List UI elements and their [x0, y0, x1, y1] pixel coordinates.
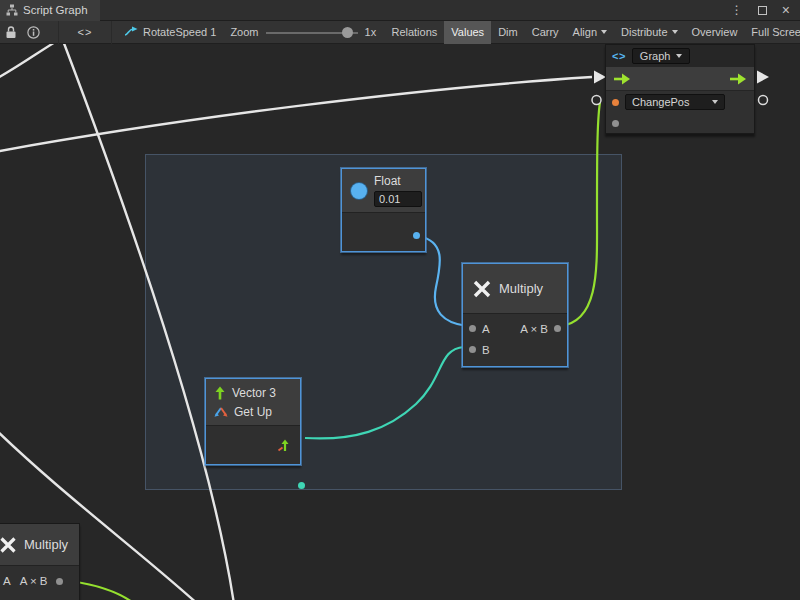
- float-node-header[interactable]: Float: [342, 169, 425, 213]
- multiply-node-title: Multiply: [499, 281, 543, 296]
- value-port-right-circle[interactable]: [759, 96, 768, 105]
- carry-button[interactable]: Carry: [525, 21, 566, 44]
- close-icon[interactable]: ×: [782, 3, 790, 17]
- partial-multiply-header[interactable]: Multiply: [0, 524, 79, 566]
- multiply-input-a-label: A: [482, 323, 490, 335]
- vector-node-body: [206, 426, 300, 464]
- control-flow-row: [606, 67, 754, 91]
- multiply-row-a: A A × B: [463, 318, 567, 339]
- float-node-body: [342, 213, 425, 251]
- chevron-down-icon: [712, 100, 718, 104]
- node-vector3-get-up[interactable]: Vector 3 Get Up: [205, 378, 301, 465]
- float-node-title: Float: [374, 174, 401, 188]
- edge-partial-multiply-output[interactable]: [71, 581, 132, 600]
- vector-node-header[interactable]: Vector 3 Get Up: [206, 379, 300, 426]
- multiply-input-b-label: B: [482, 344, 490, 356]
- fullscreen-button[interactable]: Full Screen: [744, 21, 800, 44]
- node-set-variable[interactable]: <> Graph ChangePos: [605, 44, 755, 134]
- control-out-arrow-icon[interactable]: [729, 73, 747, 85]
- float-value-input[interactable]: [374, 191, 422, 207]
- variable-kind-row: <> Graph: [606, 45, 754, 67]
- maximize-icon[interactable]: [758, 6, 767, 15]
- transform-icon: [214, 406, 228, 418]
- partial-multiply-output-label: A × B: [20, 575, 48, 587]
- variable-value-row: [606, 113, 754, 133]
- variable-name-value: ChangePos: [632, 96, 690, 108]
- node-multiply-partial[interactable]: Multiply A A × B: [0, 523, 80, 600]
- graph-asset-icon: [124, 26, 138, 38]
- multiply-output-port[interactable]: [554, 325, 561, 332]
- code-view-button[interactable]: <>: [58, 21, 112, 44]
- chevron-down-icon: [601, 30, 607, 34]
- dim-button[interactable]: Dim: [491, 21, 525, 44]
- variable-name-port[interactable]: [612, 99, 619, 106]
- float-type-icon: [351, 183, 367, 199]
- vector-output-port[interactable]: [298, 482, 305, 489]
- zoom-control: Zoom 1x: [224, 21, 382, 44]
- distribute-button[interactable]: Distribute: [614, 21, 684, 44]
- code-icon: <>: [612, 50, 626, 62]
- zoom-value-label: 1x: [365, 26, 377, 38]
- lock-icon: [5, 25, 17, 39]
- window-controls: ⋮ ×: [731, 3, 800, 17]
- control-in-arrow-icon[interactable]: [613, 73, 631, 85]
- toolbar: <> RotateSpeed 1 Zoom 1x Relations Value…: [0, 21, 800, 44]
- inspect-button[interactable]: [22, 21, 44, 44]
- node-float[interactable]: Float: [341, 168, 426, 252]
- multiply-row-b: B: [463, 339, 567, 360]
- lock-button[interactable]: [0, 21, 22, 44]
- zoom-slider-handle[interactable]: [342, 27, 353, 38]
- variable-kind-label: Graph: [640, 50, 671, 62]
- variable-value-port[interactable]: [612, 120, 619, 127]
- partial-multiply-output-port[interactable]: [56, 578, 63, 585]
- variable-name-dropdown[interactable]: ChangePos: [625, 94, 725, 110]
- chevron-down-icon: [672, 30, 678, 34]
- overview-button[interactable]: Overview: [685, 21, 745, 44]
- value-port-left-circle[interactable]: [592, 96, 601, 105]
- chevron-down-icon: [676, 54, 682, 58]
- variable-name-row: ChangePos: [606, 91, 754, 113]
- info-icon: [27, 26, 40, 39]
- script-graph-icon: [6, 4, 18, 16]
- window-title: Script Graph: [23, 4, 88, 16]
- multiply-output-label: A × B: [520, 323, 548, 335]
- node-multiply[interactable]: Multiply A A × B B: [462, 263, 568, 367]
- vector3-up-arrow-icon: [214, 386, 226, 400]
- zoom-slider[interactable]: [266, 21, 358, 44]
- multiply-icon: [472, 279, 492, 299]
- multiply-node-body: A A × B B: [463, 314, 567, 366]
- graph-name-label: RotateSpeed 1: [143, 26, 216, 38]
- toolbar-buttons: Relations Values Dim Carry Align Distrib…: [384, 21, 800, 44]
- relations-button[interactable]: Relations: [384, 21, 444, 44]
- multiply-node-header[interactable]: Multiply: [463, 264, 567, 314]
- multiply-icon: [0, 536, 17, 554]
- align-button[interactable]: Align: [566, 21, 614, 44]
- titlebar: Script Graph ⋮ ×: [0, 0, 800, 21]
- variable-kind-dropdown[interactable]: Graph: [632, 48, 691, 64]
- edge-white-diagonal[interactable]: [62, 38, 234, 600]
- edge-getup-to-multiply-b[interactable]: [305, 347, 464, 438]
- partial-multiply-title: Multiply: [24, 537, 68, 552]
- edge-white-into-set-variable[interactable]: [0, 77, 592, 152]
- partial-multiply-input-a-label: A: [3, 575, 11, 587]
- script-graph-window: Float Multiply A A × B B: [0, 0, 800, 600]
- zoom-label: Zoom: [230, 26, 258, 38]
- multiply-input-a-port[interactable]: [469, 325, 476, 332]
- multiply-input-b-port[interactable]: [469, 346, 476, 353]
- vector-operation-label: Get Up: [234, 405, 272, 419]
- edge-white-top-left[interactable]: [0, 38, 62, 80]
- partial-multiply-body: A A × B: [0, 566, 79, 596]
- tab-script-graph[interactable]: Script Graph: [0, 0, 100, 21]
- vector-node-title: Vector 3: [232, 386, 276, 400]
- window-menu-icon[interactable]: ⋮: [731, 4, 743, 16]
- values-button[interactable]: Values: [444, 21, 491, 44]
- graph-breadcrumb[interactable]: RotateSpeed 1: [112, 26, 224, 38]
- axis-gizmo-icon: [277, 439, 290, 452]
- control-port-out-triangle[interactable]: [757, 71, 769, 84]
- float-output-port[interactable]: [413, 232, 420, 239]
